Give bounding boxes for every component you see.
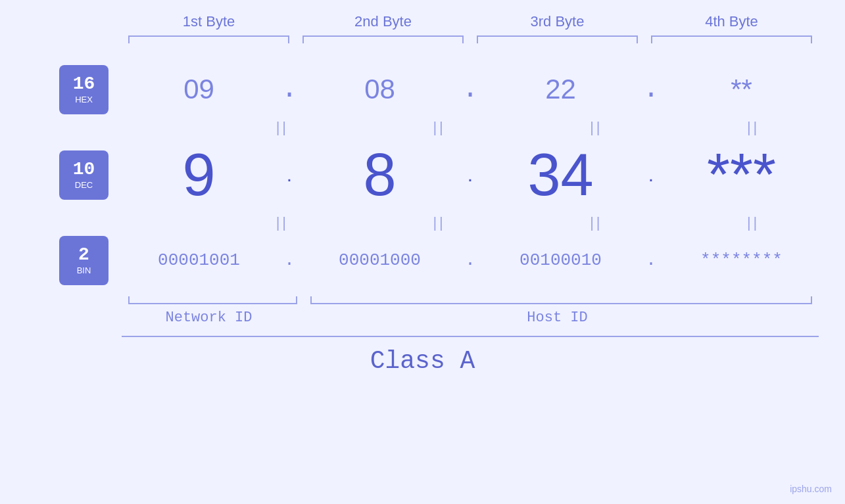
hex-badge-number: 16: [73, 75, 95, 93]
main-container: 1st Byte 2nd Byte 3rd Byte 4th Byte 16 H…: [0, 0, 845, 504]
hex-cell-3: 22: [483, 74, 638, 105]
bin-dot-2: .: [457, 250, 483, 270]
network-id-label: Network ID: [122, 309, 296, 326]
hex-badge-label: HEX: [75, 95, 93, 104]
network-bracket: [128, 296, 297, 304]
dec-badge-label: DEC: [75, 180, 93, 190]
eq2-1: ||: [217, 214, 348, 231]
host-bracket: [310, 296, 812, 304]
dec-badge-number: 10: [73, 160, 95, 179]
equals-row-1: || || || ||: [122, 116, 819, 139]
hex-cell-1: 09: [122, 74, 276, 105]
dec-dot-3: .: [638, 165, 664, 185]
data-rows: 09 . 08 . 22 . **: [122, 57, 819, 293]
hex-dot-1: .: [276, 74, 302, 105]
header-row: 1st Byte 2nd Byte 3rd Byte 4th Byte: [26, 13, 819, 35]
watermark: ipshu.com: [790, 484, 832, 494]
bracket-4: [651, 35, 812, 43]
byte-label-3: 3rd Byte: [470, 13, 644, 35]
hex-value-3: 22: [545, 74, 576, 105]
class-section: Class A: [26, 336, 819, 375]
byte-label-1: 1st Byte: [122, 13, 296, 35]
dec-cell-4: ***: [664, 145, 819, 204]
bin-dot-3: .: [638, 250, 664, 270]
eq2-2: ||: [374, 214, 505, 231]
bracket-1: [128, 35, 289, 43]
bin-value-1: 00001001: [158, 250, 240, 270]
bin-cell-3: 00100010: [483, 250, 638, 270]
eq-sign-6: ||: [433, 214, 445, 231]
hex-row: 09 . 08 . 22 . **: [122, 63, 819, 116]
content-area: 16 HEX 10 DEC 2 BIN 09 .: [26, 57, 819, 293]
eq-sign-4: ||: [747, 119, 760, 136]
bracket-2: [302, 35, 464, 43]
bin-badge-label: BIN: [77, 265, 91, 275]
equals-row-2: || || || ||: [122, 211, 819, 234]
bin-value-2: 00001000: [339, 250, 421, 270]
dec-dot-1: .: [276, 165, 302, 185]
dec-value-1: 9: [182, 145, 215, 204]
dec-row: 9 . 8 . 34 . ***: [122, 139, 819, 211]
bin-cell-2: 00001000: [302, 250, 457, 270]
eq2-4: ||: [688, 214, 819, 231]
bin-badge: 2 BIN: [59, 236, 109, 285]
dec-dot-2: .: [457, 165, 483, 185]
hex-cell-4: **: [664, 74, 819, 105]
class-label: Class A: [26, 347, 819, 375]
eq-sign-8: ||: [747, 214, 760, 231]
hex-dot-3: .: [638, 74, 664, 105]
eq-sign-1: ||: [276, 119, 289, 136]
eq1-1: ||: [217, 119, 348, 136]
eq-sign-3: ||: [590, 119, 602, 136]
eq1-4: ||: [688, 119, 819, 136]
bottom-labels: Network ID Host ID: [26, 309, 819, 326]
bottom-section: Network ID Host ID: [26, 296, 819, 326]
dec-value-2: 8: [363, 145, 396, 204]
bin-cell-1: 00001001: [122, 250, 276, 270]
eq-sign-7: ||: [590, 214, 602, 231]
top-brackets: [26, 35, 819, 43]
dec-badge: 10 DEC: [59, 150, 109, 200]
bottom-brackets: [26, 296, 819, 304]
eq-sign-2: ||: [433, 119, 445, 136]
byte-label-2: 2nd Byte: [296, 13, 470, 35]
eq1-3: ||: [531, 119, 662, 136]
hex-value-1: 09: [183, 74, 214, 105]
dec-cell-2: 8: [302, 145, 457, 204]
bin-value-4: ********: [700, 250, 783, 270]
dec-value-4: ***: [707, 145, 776, 204]
eq1-2: ||: [374, 119, 505, 136]
host-id-label: Host ID: [296, 309, 819, 326]
hex-dot-2: .: [457, 74, 483, 105]
dec-value-3: 34: [527, 145, 593, 204]
dec-cell-1: 9: [122, 145, 276, 204]
class-bracket-line: [122, 336, 819, 337]
hex-value-4: **: [731, 74, 752, 105]
bracket-3: [477, 35, 638, 43]
bin-dot-1: .: [276, 250, 302, 270]
bin-value-3: 00100010: [519, 250, 602, 270]
byte-label-4: 4th Byte: [644, 13, 819, 35]
bin-row: 00001001 . 00001000 . 00100010 .: [122, 234, 819, 286]
badge-column: 16 HEX 10 DEC 2 BIN: [26, 57, 122, 293]
bin-badge-number: 2: [78, 246, 89, 264]
eq-sign-5: ||: [276, 214, 289, 231]
eq2-3: ||: [531, 214, 662, 231]
hex-value-2: 08: [364, 74, 395, 105]
dec-cell-3: 34: [483, 145, 638, 204]
hex-badge: 16 HEX: [59, 65, 109, 114]
hex-cell-2: 08: [302, 74, 457, 105]
bin-cell-4: ********: [664, 250, 819, 270]
